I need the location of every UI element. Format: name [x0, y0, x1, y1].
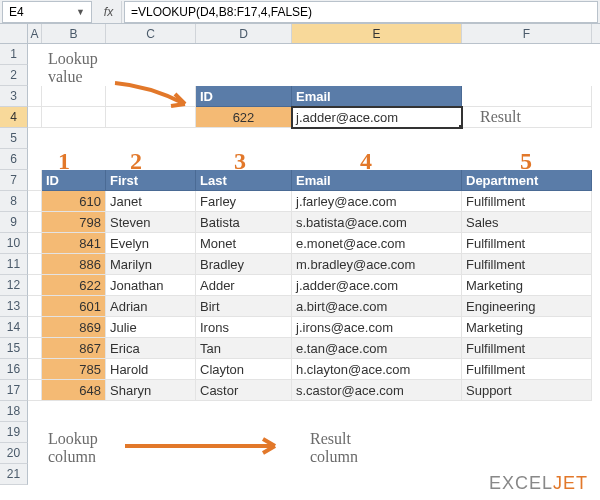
table-cell-dept[interactable]: Engineering — [462, 296, 592, 317]
row-header[interactable]: 19 — [0, 422, 28, 443]
table-cell-email[interactable]: j.adder@ace.com — [292, 275, 462, 296]
row-header[interactable]: 14 — [0, 317, 28, 338]
row-header[interactable]: 9 — [0, 212, 28, 233]
table-header-id[interactable]: ID — [42, 170, 106, 191]
col-header-a[interactable]: A — [28, 24, 42, 43]
row-header[interactable]: 18 — [0, 401, 28, 422]
annotation-lookup-value: Lookup value — [48, 50, 98, 85]
table-cell-email[interactable]: s.castor@ace.com — [292, 380, 462, 401]
table-cell-id[interactable]: 622 — [42, 275, 106, 296]
col-header-c[interactable]: C — [106, 24, 196, 43]
table-header-email[interactable]: Email — [292, 170, 462, 191]
table-cell-last[interactable]: Batista — [196, 212, 292, 233]
table-cell-email[interactable]: m.bradley@ace.com — [292, 254, 462, 275]
table-cell-last[interactable]: Monet — [196, 233, 292, 254]
row-header[interactable]: 3 — [0, 86, 28, 107]
table-cell-dept[interactable]: Marketing — [462, 317, 592, 338]
row-header[interactable]: 16 — [0, 359, 28, 380]
table-cell-first[interactable]: Erica — [106, 338, 196, 359]
table-cell-dept[interactable]: Support — [462, 380, 592, 401]
table-cell-email[interactable]: s.batista@ace.com — [292, 212, 462, 233]
table-cell-first[interactable]: Sharyn — [106, 380, 196, 401]
table-cell-dept[interactable]: Fulfillment — [462, 233, 592, 254]
col-num-5: 5 — [520, 148, 532, 175]
row-header[interactable]: 17 — [0, 380, 28, 401]
row-header[interactable]: 2 — [0, 65, 28, 86]
table-cell-email[interactable]: h.clayton@ace.com — [292, 359, 462, 380]
fx-icon[interactable]: fx — [96, 1, 122, 23]
row-header[interactable]: 20 — [0, 443, 28, 464]
table-cell-first[interactable]: Julie — [106, 317, 196, 338]
table-cell-last[interactable]: Bradley — [196, 254, 292, 275]
table-cell-first[interactable]: Adrian — [106, 296, 196, 317]
col-header-d[interactable]: D — [196, 24, 292, 43]
row-header[interactable]: 11 — [0, 254, 28, 275]
col-header-b[interactable]: B — [42, 24, 106, 43]
table-cell-id[interactable]: 648 — [42, 380, 106, 401]
table-cell-email[interactable]: e.tan@ace.com — [292, 338, 462, 359]
row-header[interactable]: 10 — [0, 233, 28, 254]
table-cell-id[interactable]: 886 — [42, 254, 106, 275]
col-num-4: 4 — [360, 148, 372, 175]
row-header[interactable]: 21 — [0, 464, 28, 485]
table-cell-dept[interactable]: Fulfillment — [462, 191, 592, 212]
lookup-value-cell[interactable]: 622 — [196, 107, 292, 128]
table-cell-last[interactable]: Adder — [196, 275, 292, 296]
table-cell-first[interactable]: Janet — [106, 191, 196, 212]
result-cell[interactable]: j.adder@ace.com — [292, 107, 462, 128]
table-cell-email[interactable]: j.farley@ace.com — [292, 191, 462, 212]
col-header-f[interactable]: F — [462, 24, 592, 43]
row-header[interactable]: 8 — [0, 191, 28, 212]
table-cell-id[interactable]: 869 — [42, 317, 106, 338]
cell-reference: E4 — [9, 5, 24, 19]
table-cell-first[interactable]: Marilyn — [106, 254, 196, 275]
lookup-header-id[interactable]: ID — [196, 86, 292, 107]
name-box[interactable]: E4 ▼ — [2, 1, 92, 23]
table-cell-dept[interactable]: Fulfillment — [462, 359, 592, 380]
lookup-header-email[interactable]: Email — [292, 86, 462, 107]
row-header[interactable]: 12 — [0, 275, 28, 296]
table-cell-last[interactable]: Birt — [196, 296, 292, 317]
row-header[interactable]: 13 — [0, 296, 28, 317]
col-num-1: 1 — [58, 148, 70, 175]
row-header[interactable]: 4 — [0, 107, 28, 128]
arrow-icon — [110, 78, 200, 118]
table-cell-email[interactable]: e.monet@ace.com — [292, 233, 462, 254]
table-cell-id[interactable]: 785 — [42, 359, 106, 380]
table-cell-id[interactable]: 867 — [42, 338, 106, 359]
table-cell-id[interactable]: 798 — [42, 212, 106, 233]
table-cell-last[interactable]: Castor — [196, 380, 292, 401]
table-cell-dept[interactable]: Marketing — [462, 275, 592, 296]
select-all-corner[interactable] — [0, 24, 28, 43]
formula-bar-row: E4 ▼ fx =VLOOKUP(D4,B8:F17,4,FALSE) — [0, 0, 600, 24]
table-cell-dept[interactable]: Sales — [462, 212, 592, 233]
row-header[interactable]: 15 — [0, 338, 28, 359]
row-header[interactable]: 5 — [0, 128, 28, 149]
table-cell-id[interactable]: 841 — [42, 233, 106, 254]
spreadsheet-grid: A B C D E F 1 2 3 ID Email 4 622 j.adder… — [0, 24, 600, 485]
table-cell-email[interactable]: j.irons@ace.com — [292, 317, 462, 338]
table-cell-dept[interactable]: Fulfillment — [462, 338, 592, 359]
table-cell-last[interactable]: Farley — [196, 191, 292, 212]
table-cell-first[interactable]: Harold — [106, 359, 196, 380]
table-cell-first[interactable]: Evelyn — [106, 233, 196, 254]
table-cell-id[interactable]: 610 — [42, 191, 106, 212]
col-header-e[interactable]: E — [292, 24, 462, 43]
chevron-down-icon[interactable]: ▼ — [76, 7, 85, 17]
table-header-first[interactable]: First — [106, 170, 196, 191]
logo-text-b: JET — [553, 473, 588, 493]
row-header[interactable]: 6 — [0, 149, 28, 170]
row-header[interactable]: 1 — [0, 44, 28, 65]
table-cell-email[interactable]: a.birt@ace.com — [292, 296, 462, 317]
table-cell-dept[interactable]: Fulfillment — [462, 254, 592, 275]
table-cell-last[interactable]: Irons — [196, 317, 292, 338]
table-cell-id[interactable]: 601 — [42, 296, 106, 317]
row-header[interactable]: 7 — [0, 170, 28, 191]
table-cell-last[interactable]: Tan — [196, 338, 292, 359]
table-cell-first[interactable]: Steven — [106, 212, 196, 233]
logo: EXCELJET — [489, 473, 588, 494]
annotation-lookup-column: Lookup column — [48, 430, 98, 465]
table-cell-first[interactable]: Jonathan — [106, 275, 196, 296]
table-cell-last[interactable]: Clayton — [196, 359, 292, 380]
formula-bar[interactable]: =VLOOKUP(D4,B8:F17,4,FALSE) — [124, 1, 598, 23]
